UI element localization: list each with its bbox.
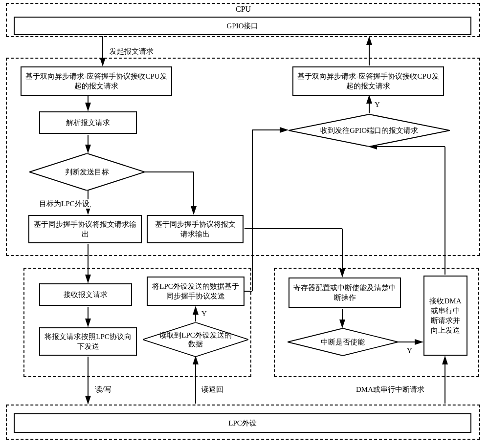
gpio-box: GPIO接口 <box>14 17 471 35</box>
send-sync-text: 将LPC外设发送的数据基于同步握手协议发送 <box>152 281 240 301</box>
gpio-label: GPIO接口 <box>226 21 258 31</box>
out-lpc-box: 基于同步握手协议将报文请求输出 <box>28 215 142 243</box>
out-other-text: 基于同步握手协议将报文请求输出 <box>152 219 239 239</box>
gpio-req-diamond: 收到发往GPIO端口的报文请求 <box>289 114 450 147</box>
out-other-box: 基于同步握手协议将报文请求输出 <box>147 215 244 243</box>
send-lpc-box: 将报文请求按照LPC协议向下发送 <box>39 327 137 356</box>
target-lpc-label: 目标为LPC外设 <box>38 199 90 209</box>
read-return-label: 读返回 <box>200 385 224 394</box>
gpio-req-text: 收到发往GPIO端口的报文请求 <box>320 126 418 135</box>
read-lpc-text: 读取到LPC外设发送的数据 <box>158 331 232 348</box>
parse-text: 解析报文请求 <box>66 118 110 128</box>
judge-diamond: 判断发送目标 <box>29 153 145 191</box>
recv-req-box: 接收报文请求 <box>39 283 132 306</box>
parse-box: 解析报文请求 <box>39 111 137 134</box>
lpc-device-text: LPC外设 <box>228 418 257 428</box>
recv-dma-text: 接收DMA或串行中断请求并向上发送 <box>428 296 463 336</box>
recv-cpu-left-text: 基于双向异步请求-应答握手协议接收CPU发起的报文请求 <box>25 71 167 91</box>
send-lpc-text: 将报文请求按照LPC协议向下发送 <box>44 332 132 352</box>
y-label-2: Y <box>200 310 208 318</box>
y-label-3: Y <box>406 347 413 355</box>
recv-cpu-left: 基于双向异步请求-应答握手协议接收CPU发起的报文请求 <box>21 66 172 96</box>
read-lpc-diamond: 读取到LPC外设发送的数据 <box>143 322 248 357</box>
send-request-label: 发起报文请求 <box>109 47 155 56</box>
int-enable-diamond: 中断是否使能 <box>288 328 398 356</box>
send-sync-box: 将LPC外设发送的数据基于同步握手协议发送 <box>147 277 244 306</box>
lpc-device-box: LPC外设 <box>14 413 471 433</box>
read-write-label: 读/写 <box>94 385 112 394</box>
int-enable-text: 中断是否使能 <box>321 338 365 346</box>
recv-req-text: 接收报文请求 <box>64 290 108 299</box>
out-lpc-text: 基于同步握手协议将报文请求输出 <box>33 219 137 239</box>
y-label-1: Y <box>374 101 381 109</box>
recv-cpu-right-text: 基于双向异步请求-应答握手协议接收CPU发起的报文请求 <box>297 71 439 91</box>
reg-cfg-box: 寄存器配置或中断使能及清楚中断操作 <box>289 277 401 308</box>
cpu-label: CPU <box>235 5 252 14</box>
recv-cpu-right: 基于双向异步请求-应答握手协议接收CPU发起的报文请求 <box>292 66 444 96</box>
judge-text: 判断发送目标 <box>65 168 109 176</box>
reg-cfg-text: 寄存器配置或中断使能及清楚中断操作 <box>293 283 396 303</box>
recv-dma-box: 接收DMA或串行中断请求并向上发送 <box>423 276 467 356</box>
dma-serial-label: DMA或串行中断请求 <box>355 385 425 394</box>
